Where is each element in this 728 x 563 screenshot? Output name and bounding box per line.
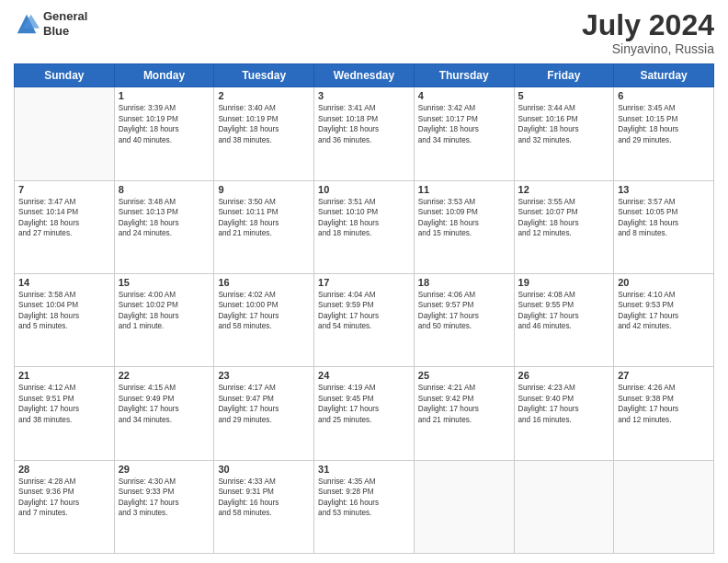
logo-icon xyxy=(14,11,40,37)
cell-text: Sunrise: 4:15 AM Sunset: 9:49 PM Dayligh… xyxy=(119,383,210,425)
cell-text: Sunrise: 3:45 AM Sunset: 10:15 PM Daylig… xyxy=(618,103,710,145)
calendar-cell: 22Sunrise: 4:15 AM Sunset: 9:49 PM Dayli… xyxy=(114,367,214,460)
cell-text: Sunrise: 3:40 AM Sunset: 10:19 PM Daylig… xyxy=(218,103,310,145)
cell-text: Sunrise: 3:58 AM Sunset: 10:04 PM Daylig… xyxy=(18,290,110,332)
cell-text: Sunrise: 4:35 AM Sunset: 9:28 PM Dayligh… xyxy=(318,477,410,519)
day-number: 5 xyxy=(518,90,610,101)
calendar-cell: 1Sunrise: 3:39 AM Sunset: 10:19 PM Dayli… xyxy=(114,87,214,180)
calendar-cell: 6Sunrise: 3:45 AM Sunset: 10:15 PM Dayli… xyxy=(614,87,714,180)
cell-text: Sunrise: 3:50 AM Sunset: 10:11 PM Daylig… xyxy=(218,197,310,239)
calendar-day-header: Sunday xyxy=(15,64,115,87)
logo-text: General Blue xyxy=(43,9,87,38)
day-number: 21 xyxy=(18,370,110,381)
calendar-day-header: Friday xyxy=(514,64,614,87)
cell-text: Sunrise: 3:47 AM Sunset: 10:14 PM Daylig… xyxy=(18,197,110,239)
calendar-cell: 10Sunrise: 3:51 AM Sunset: 10:10 PM Dayl… xyxy=(314,180,415,273)
day-number: 2 xyxy=(218,90,310,101)
day-number: 7 xyxy=(18,184,110,195)
day-number: 15 xyxy=(119,277,210,288)
calendar-cell: 28Sunrise: 4:28 AM Sunset: 9:36 PM Dayli… xyxy=(15,460,115,553)
day-number: 3 xyxy=(318,90,410,101)
cell-text: Sunrise: 3:51 AM Sunset: 10:10 PM Daylig… xyxy=(318,197,410,239)
cell-text: Sunrise: 4:10 AM Sunset: 9:53 PM Dayligh… xyxy=(618,290,710,332)
calendar-cell: 30Sunrise: 4:33 AM Sunset: 9:31 PM Dayli… xyxy=(214,460,314,553)
day-number: 9 xyxy=(218,184,310,195)
calendar-cell: 19Sunrise: 4:08 AM Sunset: 9:55 PM Dayli… xyxy=(514,273,614,366)
cell-text: Sunrise: 4:06 AM Sunset: 9:57 PM Dayligh… xyxy=(418,290,510,332)
calendar-cell: 31Sunrise: 4:35 AM Sunset: 9:28 PM Dayli… xyxy=(314,460,415,553)
calendar-cell: 21Sunrise: 4:12 AM Sunset: 9:51 PM Dayli… xyxy=(15,367,115,460)
calendar-week-row: 28Sunrise: 4:28 AM Sunset: 9:36 PM Dayli… xyxy=(15,460,714,553)
calendar-day-header: Tuesday xyxy=(214,64,314,87)
day-number: 4 xyxy=(418,90,510,101)
cell-text: Sunrise: 3:44 AM Sunset: 10:16 PM Daylig… xyxy=(518,103,610,145)
day-number: 1 xyxy=(119,90,210,101)
cell-text: Sunrise: 4:23 AM Sunset: 9:40 PM Dayligh… xyxy=(518,383,610,425)
day-number: 12 xyxy=(518,184,610,195)
cell-text: Sunrise: 4:33 AM Sunset: 9:31 PM Dayligh… xyxy=(218,477,310,519)
title-block: July 2024 Sinyavino, Russia xyxy=(582,9,714,56)
calendar-cell: 20Sunrise: 4:10 AM Sunset: 9:53 PM Dayli… xyxy=(614,273,714,366)
day-number: 24 xyxy=(318,370,410,381)
calendar-cell: 11Sunrise: 3:53 AM Sunset: 10:09 PM Dayl… xyxy=(414,180,514,273)
calendar-cell: 17Sunrise: 4:04 AM Sunset: 9:59 PM Dayli… xyxy=(314,273,415,366)
month-title: July 2024 xyxy=(582,9,714,41)
day-number: 13 xyxy=(618,184,710,195)
calendar-day-header: Saturday xyxy=(614,64,714,87)
calendar-cell: 13Sunrise: 3:57 AM Sunset: 10:05 PM Dayl… xyxy=(614,180,714,273)
calendar-cell: 18Sunrise: 4:06 AM Sunset: 9:57 PM Dayli… xyxy=(414,273,514,366)
cell-text: Sunrise: 3:53 AM Sunset: 10:09 PM Daylig… xyxy=(418,197,510,239)
day-number: 18 xyxy=(418,277,510,288)
calendar-cell: 3Sunrise: 3:41 AM Sunset: 10:18 PM Dayli… xyxy=(314,87,415,180)
cell-text: Sunrise: 3:55 AM Sunset: 10:07 PM Daylig… xyxy=(518,197,610,239)
day-number: 26 xyxy=(518,370,610,381)
calendar-cell xyxy=(614,460,714,553)
cell-text: Sunrise: 4:12 AM Sunset: 9:51 PM Dayligh… xyxy=(18,383,110,425)
calendar-cell: 14Sunrise: 3:58 AM Sunset: 10:04 PM Dayl… xyxy=(15,273,115,366)
cell-text: Sunrise: 4:17 AM Sunset: 9:47 PM Dayligh… xyxy=(218,383,310,425)
calendar-cell: 25Sunrise: 4:21 AM Sunset: 9:42 PM Dayli… xyxy=(414,367,514,460)
calendar-cell xyxy=(15,87,115,180)
calendar-cell: 5Sunrise: 3:44 AM Sunset: 10:16 PM Dayli… xyxy=(514,87,614,180)
cell-text: Sunrise: 4:04 AM Sunset: 9:59 PM Dayligh… xyxy=(318,290,410,332)
calendar-cell xyxy=(514,460,614,553)
calendar-cell: 29Sunrise: 4:30 AM Sunset: 9:33 PM Dayli… xyxy=(114,460,214,553)
calendar-cell: 9Sunrise: 3:50 AM Sunset: 10:11 PM Dayli… xyxy=(214,180,314,273)
cell-text: Sunrise: 3:39 AM Sunset: 10:19 PM Daylig… xyxy=(119,103,210,145)
day-number: 17 xyxy=(318,277,410,288)
calendar-header-row: SundayMondayTuesdayWednesdayThursdayFrid… xyxy=(15,64,714,87)
calendar-cell: 8Sunrise: 3:48 AM Sunset: 10:13 PM Dayli… xyxy=(114,180,214,273)
day-number: 6 xyxy=(618,90,710,101)
day-number: 22 xyxy=(119,370,210,381)
cell-text: Sunrise: 4:30 AM Sunset: 9:33 PM Dayligh… xyxy=(119,477,210,519)
day-number: 11 xyxy=(418,184,510,195)
day-number: 31 xyxy=(318,464,410,475)
calendar-cell: 26Sunrise: 4:23 AM Sunset: 9:40 PM Dayli… xyxy=(514,367,614,460)
calendar-cell: 7Sunrise: 3:47 AM Sunset: 10:14 PM Dayli… xyxy=(15,180,115,273)
cell-text: Sunrise: 4:21 AM Sunset: 9:42 PM Dayligh… xyxy=(418,383,510,425)
logo: General Blue xyxy=(14,9,87,38)
calendar-cell: 16Sunrise: 4:02 AM Sunset: 10:00 PM Dayl… xyxy=(214,273,314,366)
calendar-week-row: 1Sunrise: 3:39 AM Sunset: 10:19 PM Dayli… xyxy=(15,87,714,180)
cell-text: Sunrise: 4:00 AM Sunset: 10:02 PM Daylig… xyxy=(119,290,210,332)
day-number: 30 xyxy=(218,464,310,475)
calendar-week-row: 21Sunrise: 4:12 AM Sunset: 9:51 PM Dayli… xyxy=(15,367,714,460)
day-number: 29 xyxy=(119,464,210,475)
day-number: 10 xyxy=(318,184,410,195)
cell-text: Sunrise: 4:19 AM Sunset: 9:45 PM Dayligh… xyxy=(318,383,410,425)
header: General Blue July 2024 Sinyavino, Russia xyxy=(14,9,714,56)
cell-text: Sunrise: 4:08 AM Sunset: 9:55 PM Dayligh… xyxy=(518,290,610,332)
cell-text: Sunrise: 3:57 AM Sunset: 10:05 PM Daylig… xyxy=(618,197,710,239)
day-number: 8 xyxy=(119,184,210,195)
calendar-cell: 27Sunrise: 4:26 AM Sunset: 9:38 PM Dayli… xyxy=(614,367,714,460)
cell-text: Sunrise: 3:42 AM Sunset: 10:17 PM Daylig… xyxy=(418,103,510,145)
calendar-week-row: 14Sunrise: 3:58 AM Sunset: 10:04 PM Dayl… xyxy=(15,273,714,366)
calendar-week-row: 7Sunrise: 3:47 AM Sunset: 10:14 PM Dayli… xyxy=(15,180,714,273)
calendar-day-header: Monday xyxy=(114,64,214,87)
calendar-cell: 12Sunrise: 3:55 AM Sunset: 10:07 PM Dayl… xyxy=(514,180,614,273)
cell-text: Sunrise: 3:41 AM Sunset: 10:18 PM Daylig… xyxy=(318,103,410,145)
calendar-day-header: Wednesday xyxy=(314,64,415,87)
location: Sinyavino, Russia xyxy=(582,41,714,56)
cell-text: Sunrise: 4:26 AM Sunset: 9:38 PM Dayligh… xyxy=(618,383,710,425)
calendar-cell: 15Sunrise: 4:00 AM Sunset: 10:02 PM Dayl… xyxy=(114,273,214,366)
